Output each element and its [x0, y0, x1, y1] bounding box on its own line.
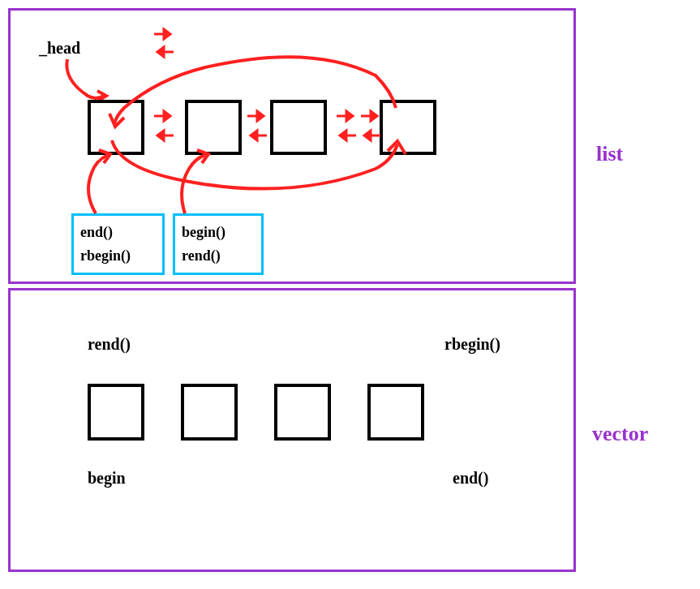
list-node-4 — [380, 100, 436, 155]
list-node-1 — [88, 100, 144, 155]
list-side-label: list — [596, 142, 623, 166]
vector-node-1 — [88, 384, 144, 441]
begin-label: begin — [88, 469, 126, 488]
head-label: _head — [39, 39, 80, 58]
top-arrow-right-icon — [152, 27, 175, 41]
begin-rend-arrow — [173, 148, 230, 217]
top-arrow-left-icon — [152, 45, 175, 59]
end-rbegin-arrow — [71, 148, 128, 217]
list-panel: _head — [8, 8, 576, 284]
rend-label: rend() — [182, 244, 255, 268]
rbegin-label: rbegin() — [444, 335, 500, 354]
rend-label: rend() — [88, 335, 131, 354]
link-1-2-left-icon — [152, 128, 175, 143]
vector-side-label: vector — [592, 422, 648, 446]
end-vec-label: end() — [453, 469, 488, 488]
rbegin-label: rbegin() — [80, 244, 156, 268]
link-1-2-right-icon — [152, 109, 175, 123]
vector-panel: rend() rbegin() begin end() — [8, 288, 576, 572]
vector-node-3 — [274, 384, 331, 441]
link-3-4-right-icon — [335, 109, 358, 123]
vector-node-2 — [181, 384, 238, 441]
link-4-after-right-icon — [359, 109, 382, 123]
begin-label: begin() — [182, 221, 255, 244]
iterator-box-begin-rend: begin() rend() — [173, 213, 264, 275]
end-label: end() — [80, 221, 156, 244]
list-node-2 — [185, 100, 242, 155]
link-2-3-right-icon — [246, 109, 268, 123]
link-4-after-left-icon — [359, 128, 382, 143]
vector-node-4 — [367, 384, 424, 441]
list-node-3 — [270, 100, 327, 155]
iterator-box-end-rbegin: end() rbegin() — [71, 213, 165, 275]
link-3-4-left-icon — [335, 128, 358, 143]
diagram-container: _head — [0, 0, 700, 589]
link-2-3-left-icon — [246, 128, 268, 143]
